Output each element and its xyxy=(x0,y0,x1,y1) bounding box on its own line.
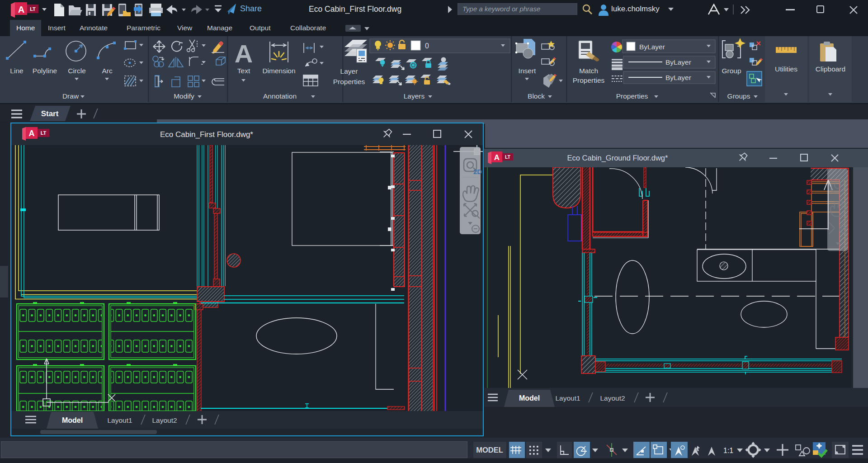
svg-text:Properties: Properties xyxy=(573,76,605,84)
svg-text:Layout1: Layout1 xyxy=(107,416,132,424)
svg-text:Groups: Groups xyxy=(727,92,750,100)
svg-text:Eco Cabin_First Floor.dwg*: Eco Cabin_First Floor.dwg* xyxy=(160,130,253,139)
svg-text:A: A xyxy=(494,153,500,162)
svg-text:Layers: Layers xyxy=(404,92,425,100)
svg-text:A: A xyxy=(18,5,24,14)
svg-text:LT: LT xyxy=(505,154,511,160)
svg-text:Line: Line xyxy=(10,67,23,75)
svg-text:A: A xyxy=(235,39,253,68)
svg-text:ByLayer: ByLayer xyxy=(665,74,691,81)
svg-text:Layout2: Layout2 xyxy=(600,394,625,402)
svg-text:LT: LT xyxy=(30,6,36,12)
svg-text:Polyline: Polyline xyxy=(33,67,57,75)
svg-text:2D: 2D xyxy=(473,168,482,175)
svg-text:Annotation: Annotation xyxy=(263,92,297,100)
svg-text:Model: Model xyxy=(519,394,540,402)
svg-text:ByLayer: ByLayer xyxy=(665,58,691,66)
svg-text:Clipboard: Clipboard xyxy=(816,65,845,73)
svg-text:0: 0 xyxy=(425,42,429,50)
svg-text:Eco Cabin_Ground Floor.dwg*: Eco Cabin_Ground Floor.dwg* xyxy=(567,154,668,162)
svg-text:ByLayer: ByLayer xyxy=(639,43,665,51)
svg-text:Model: Model xyxy=(62,416,83,424)
svg-text:Utilities: Utilities xyxy=(775,65,797,73)
svg-text:Text: Text xyxy=(237,67,250,75)
svg-text:LT: LT xyxy=(41,130,47,136)
svg-text:Layer: Layer xyxy=(340,67,358,75)
svg-text:1:1: 1:1 xyxy=(723,447,733,454)
svg-text:Layout2: Layout2 xyxy=(152,416,177,424)
svg-text:Layout1: Layout1 xyxy=(555,394,580,402)
svg-text:Group: Group xyxy=(722,67,741,75)
svg-text:Circle: Circle xyxy=(68,67,86,75)
svg-text:Start: Start xyxy=(41,109,59,118)
svg-text:Arc: Arc xyxy=(102,67,113,75)
svg-text:Draw: Draw xyxy=(62,92,79,100)
svg-text:Dimension: Dimension xyxy=(262,67,295,75)
svg-text:Properties: Properties xyxy=(616,92,648,100)
svg-text:Block: Block xyxy=(528,92,545,100)
svg-text:MODEL: MODEL xyxy=(476,446,503,454)
svg-text:Properties: Properties xyxy=(333,78,365,85)
svg-text:Insert: Insert xyxy=(519,67,536,75)
svg-text:Modify: Modify xyxy=(174,92,194,100)
svg-text:A: A xyxy=(29,129,35,138)
svg-text:Match: Match xyxy=(579,67,598,75)
